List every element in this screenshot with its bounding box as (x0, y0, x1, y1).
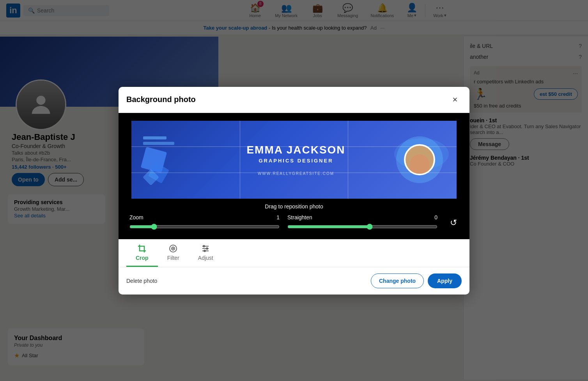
apply-button[interactable]: Apply (428, 273, 462, 288)
straighten-slider[interactable] (287, 224, 437, 230)
reset-button[interactable]: ↺ (448, 216, 459, 229)
banner-text-center: EMMA JACKSON GRAPHICS DESIGNER WWW.REALL… (198, 144, 394, 176)
zoom-label: Zoom (129, 214, 143, 220)
photo-canvas[interactable]: EMMA JACKSON GRAPHICS DESIGNER WWW.REALL… (131, 121, 457, 199)
tabs-section: Crop Filter Adjust (119, 239, 469, 267)
sliders-section: Zoom 1 Straighten 0 ↺ (129, 214, 459, 239)
filter-icon (168, 244, 178, 253)
svg-point-10 (204, 250, 205, 252)
banner-url: WWW.REALLYGREATSITE.COM (198, 171, 394, 176)
banner-bg: EMMA JACKSON GRAPHICS DESIGNER WWW.REALL… (131, 121, 457, 199)
change-photo-button[interactable]: Change photo (371, 273, 424, 288)
modal-close-button[interactable]: × (448, 93, 462, 106)
banner-avatar-area (394, 134, 445, 185)
straighten-slider-group: Straighten 0 (287, 214, 437, 231)
zoom-slider[interactable] (129, 224, 280, 230)
straighten-value: 0 (434, 214, 437, 220)
drag-hint: Drag to reposition photo (129, 199, 459, 214)
banner-title: GRAPHICS DESIGNER (198, 158, 394, 164)
banner-logo-area (143, 136, 198, 183)
footer-right: Change photo Apply (371, 273, 462, 288)
adjust-icon (201, 244, 210, 253)
svg-rect-1 (140, 246, 144, 251)
modal: Background photo × (119, 87, 469, 295)
svg-point-9 (206, 248, 208, 249)
crop-icon (137, 244, 147, 253)
tab-filter[interactable]: Filter (158, 239, 189, 267)
zoom-value: 1 (276, 214, 280, 220)
svg-point-4 (173, 248, 174, 249)
delete-photo-button[interactable]: Delete photo (126, 278, 157, 284)
modal-overlay[interactable]: Background photo × (0, 0, 588, 381)
zoom-slider-group: Zoom 1 (129, 214, 280, 231)
photo-editor-area: EMMA JACKSON GRAPHICS DESIGNER WWW.REALL… (119, 113, 469, 239)
modal-header: Background photo × (119, 87, 469, 113)
tab-adjust[interactable]: Adjust (189, 239, 223, 267)
svg-point-8 (203, 245, 205, 247)
tab-crop[interactable]: Crop (126, 239, 158, 267)
banner-name: EMMA JACKSON (198, 144, 394, 156)
straighten-label: Straighten (287, 214, 312, 220)
modal-title: Background photo (126, 95, 196, 104)
modal-footer: Delete photo Change photo Apply (119, 267, 469, 295)
